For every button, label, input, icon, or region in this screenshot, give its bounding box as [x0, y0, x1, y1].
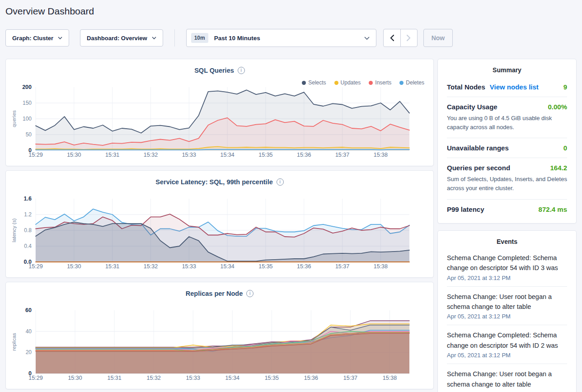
summary-row: Queries per second164.2Sum of Selects, U…	[447, 158, 567, 199]
sidebar: Summary Total NodesView nodes list9Capac…	[437, 59, 577, 392]
service-latency-chart[interactable]: 15:2915:3015:3115:3215:3315:3415:3515:36…	[9, 196, 430, 274]
events-title: Events	[447, 238, 567, 245]
service-latency-panel: Service Latency: SQL, 99th percentile i …	[5, 170, 434, 278]
svg-text:20: 20	[26, 349, 32, 355]
events-list: Schema Change Completed: Schema change o…	[447, 248, 567, 392]
summary-row: Capacity Usage0.00%You are using 0 B of …	[447, 97, 567, 138]
info-icon[interactable]: i	[246, 290, 253, 297]
svg-text:0: 0	[28, 147, 32, 154]
summary-row: Unavailable ranges0	[447, 138, 567, 158]
svg-text:15:37: 15:37	[335, 263, 349, 270]
events-panel: Events Schema Change Completed: Schema c…	[437, 230, 577, 392]
svg-text:15:34: 15:34	[220, 263, 234, 270]
chart-title: Replicas per Node	[186, 290, 243, 297]
info-icon[interactable]: i	[238, 67, 245, 74]
summary-rows: Total NodesView nodes list9Capacity Usag…	[447, 77, 567, 216]
svg-text:15:35: 15:35	[258, 152, 272, 158]
event-text: Schema Change: User root began a schema …	[447, 369, 567, 389]
summary-row-label: P99 latency	[447, 205, 484, 213]
page-title: Overview Dashboard	[5, 6, 582, 17]
time-range-picker[interactable]: 10m Past 10 Minutes	[186, 29, 376, 47]
event-text: Schema Change Completed: Schema change o…	[447, 253, 567, 273]
graph-dropdown[interactable]: Graph: Cluster	[5, 29, 69, 47]
svg-text:0.8: 0.8	[24, 227, 32, 233]
svg-text:15:32: 15:32	[144, 152, 158, 158]
svg-text:replicas: replicas	[11, 333, 17, 351]
event-timestamp: Apr 05, 2021 at 3:12 PM	[447, 313, 567, 320]
svg-text:15:37: 15:37	[343, 375, 357, 381]
now-button[interactable]: Now	[423, 29, 453, 47]
svg-text:15:35: 15:35	[258, 263, 272, 270]
svg-text:15:31: 15:31	[105, 263, 119, 270]
svg-text:15:31: 15:31	[107, 375, 121, 381]
svg-text:50: 50	[26, 131, 32, 138]
svg-text:15:34: 15:34	[220, 152, 234, 158]
prev-time-button[interactable]	[384, 29, 400, 47]
svg-text:0: 0	[28, 370, 32, 377]
chevron-right-icon	[407, 35, 411, 41]
svg-text:15:33: 15:33	[186, 375, 200, 381]
chevron-down-icon	[364, 37, 370, 40]
event-item: Schema Change: User root began a schema …	[447, 364, 567, 392]
summary-row-value: 164.2	[550, 164, 567, 172]
svg-text:1.2: 1.2	[24, 211, 32, 218]
chevron-left-icon	[390, 35, 394, 41]
svg-text:15:36: 15:36	[304, 375, 318, 381]
view-nodes-list-link[interactable]: View nodes list	[490, 83, 539, 91]
graph-dropdown-label: Graph: Cluster	[12, 35, 53, 42]
event-text: Schema Change Completed: Schema change o…	[447, 330, 567, 350]
toolbar: Graph: Cluster Dashboard: Overview 10m P…	[5, 29, 577, 47]
event-timestamp: Apr 05, 2021 at 3:12 PM	[447, 352, 567, 359]
summary-row-description: Sum of Selects, Updates, Inserts, and De…	[447, 175, 567, 193]
chevron-down-icon	[152, 37, 156, 39]
svg-text:15:30: 15:30	[67, 152, 81, 158]
toolbar-divider	[174, 29, 175, 47]
svg-text:15:38: 15:38	[374, 263, 388, 270]
dashboard-dropdown[interactable]: Dashboard: Overview	[80, 29, 163, 47]
svg-text:1.6: 1.6	[24, 196, 32, 202]
main-content: SQL Queries i SelectsUpdatesInsertsDelet…	[5, 59, 577, 392]
next-time-button[interactable]	[400, 29, 417, 47]
summary-panel: Summary Total NodesView nodes list9Capac…	[437, 59, 577, 224]
event-text: Schema Change: User root began a schema …	[447, 292, 567, 312]
svg-text:15:38: 15:38	[374, 152, 388, 158]
svg-text:0.4: 0.4	[24, 243, 32, 249]
event-item: Schema Change: User root began a schema …	[447, 287, 567, 326]
summary-row-value: 0	[563, 144, 567, 152]
svg-text:0.0: 0.0	[24, 259, 32, 265]
summary-title: Summary	[447, 66, 567, 74]
summary-row-label: Queries per second	[447, 164, 510, 172]
svg-text:15:32: 15:32	[144, 263, 158, 270]
summary-row: P99 latency872.4 ms	[447, 200, 567, 216]
summary-row: Total NodesView nodes list9	[447, 77, 567, 97]
replicas-per-node-chart[interactable]: 15:2915:3015:3115:3215:3315:3415:3515:36…	[9, 308, 430, 385]
svg-text:15:36: 15:36	[297, 263, 311, 270]
sql-queries-chart[interactable]: 15:2915:3015:3115:3215:3315:3415:3515:36…	[9, 84, 430, 162]
info-icon[interactable]: i	[277, 178, 284, 186]
chart-title: SQL Queries	[194, 67, 234, 74]
svg-text:latency (s): latency (s)	[11, 218, 17, 242]
event-timestamp: Apr 05, 2021 at 3:12 PM	[447, 275, 567, 281]
svg-text:100: 100	[23, 116, 32, 122]
sql-queries-panel: SQL Queries i SelectsUpdatesInsertsDelet…	[5, 59, 434, 166]
summary-row-label: Capacity Usage	[447, 103, 498, 111]
svg-text:15:33: 15:33	[182, 263, 196, 270]
svg-text:15:35: 15:35	[265, 375, 279, 381]
svg-text:150: 150	[23, 100, 32, 106]
svg-text:15:36: 15:36	[297, 152, 311, 158]
summary-row-value: 872.4 ms	[539, 205, 567, 213]
svg-text:15:32: 15:32	[147, 375, 161, 381]
chevron-down-icon	[58, 37, 62, 39]
svg-text:queries: queries	[11, 110, 17, 127]
summary-row-label: Total Nodes	[447, 83, 485, 91]
time-range-label: Past 10 Minutes	[214, 35, 260, 42]
svg-text:15:33: 15:33	[182, 152, 196, 158]
svg-text:15:37: 15:37	[335, 152, 349, 158]
time-nav-group	[383, 29, 418, 47]
charts-column: SQL Queries i SelectsUpdatesInsertsDelet…	[5, 59, 434, 389]
event-item: Schema Change Completed: Schema change o…	[447, 325, 567, 364]
svg-text:15:30: 15:30	[67, 263, 81, 270]
svg-text:15:38: 15:38	[383, 375, 397, 381]
summary-row-value: 9	[563, 83, 567, 91]
svg-text:200: 200	[22, 84, 32, 90]
